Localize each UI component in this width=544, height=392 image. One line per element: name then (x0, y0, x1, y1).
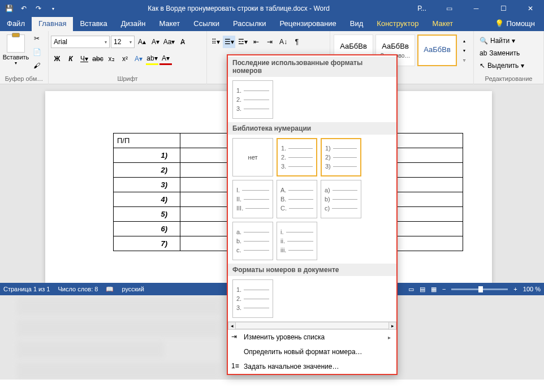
close-button[interactable]: ✕ (519, 2, 542, 15)
font-name-combo[interactable]: Arial▾ (51, 36, 110, 48)
save-button[interactable]: 💾 (2, 2, 16, 15)
redo-button[interactable]: ↷ (32, 2, 45, 15)
clipboard-label: Буфер обм… (2, 74, 46, 83)
scroll-right-button[interactable]: ▸ (388, 322, 396, 330)
blurred-content (17, 341, 164, 358)
subscript-button[interactable]: x₂ (105, 53, 118, 65)
number-format-alpha-lower-dot[interactable]: a.b.c. (232, 222, 273, 260)
quick-access-toolbar: 💾 ↶ ↷ ▾ (2, 2, 60, 15)
number-format-decimal-paren[interactable]: 1)2)3) (321, 138, 361, 176)
ribbon-options-button[interactable]: ▭ (438, 2, 460, 15)
titlebar: 💾 ↶ ↷ ▾ Как в Ворде пронумеровать строки… (0, 0, 544, 17)
tab-layout[interactable]: Макет (152, 17, 187, 31)
decrease-indent-button[interactable]: ⇤ (250, 36, 262, 48)
replace-icon: ab (480, 49, 487, 57)
tab-view[interactable]: Вид (343, 17, 370, 31)
sort-button[interactable]: A↓ (277, 36, 290, 48)
number-format-decimal-dot[interactable]: 1.2.3. (277, 138, 317, 176)
zoom-level[interactable]: 100 % (523, 286, 541, 292)
language-indicator[interactable]: русский (122, 286, 144, 292)
format-painter-button[interactable]: 🖌 (31, 59, 43, 72)
styles-more-button[interactable]: ▿ (458, 55, 470, 64)
tell-me[interactable]: 💡Помощн (488, 17, 544, 31)
highlight-button[interactable]: ab▾ (146, 53, 158, 65)
page-indicator[interactable]: Страница 1 из 1 (3, 286, 50, 292)
number-format-doc-decimal[interactable]: 1.2.3. (232, 279, 273, 318)
search-icon: 🔍 (480, 37, 488, 45)
maximize-button[interactable]: ☐ (492, 2, 515, 15)
number-format-alpha-upper[interactable]: A.B.C. (277, 180, 317, 218)
copy-button[interactable]: 📄 (31, 46, 43, 58)
text-effects-button[interactable]: A▾ (132, 53, 145, 65)
tab-insert[interactable]: Вставка (73, 17, 114, 31)
gallery-scrollbar[interactable]: ◂ ▸ (228, 321, 396, 329)
paste-button[interactable]: Вставить ▾ (2, 32, 29, 74)
proofing-icon[interactable]: 📖 (106, 286, 114, 293)
window-title: Как в Ворде пронумеровать строки в табли… (60, 5, 417, 12)
tab-table-layout[interactable]: Макет (425, 17, 460, 31)
number-icon: 1≡ (231, 362, 240, 371)
view-print-button[interactable]: ▤ (420, 286, 425, 293)
styles-down-button[interactable]: ▾ (458, 46, 470, 55)
increase-indent-button[interactable]: ⇥ (264, 36, 276, 48)
set-number-value-item[interactable]: 1≡ Задать начальное значение… (228, 359, 396, 374)
clear-format-button[interactable]: A̷ (176, 36, 189, 48)
number-format-roman-upper[interactable]: I.II.III. (232, 180, 273, 218)
bold-button[interactable]: Ж (51, 53, 63, 65)
numbering-button[interactable]: ☰▾ (223, 36, 235, 48)
multilevel-button[interactable]: ☲▾ (236, 36, 249, 48)
lightbulb-icon: 💡 (495, 19, 504, 28)
change-case-button[interactable]: Aa▾ (163, 36, 175, 48)
tab-review[interactable]: Рецензирование (273, 17, 343, 31)
select-button[interactable]: ↖Выделить ▾ (476, 59, 541, 72)
styles-up-button[interactable]: ▴ (458, 36, 470, 45)
show-marks-button[interactable]: ¶ (291, 36, 303, 48)
number-format-alpha-lower-paren[interactable]: a)b)c) (321, 180, 361, 218)
undo-button[interactable]: ↶ (17, 2, 31, 15)
font-size-combo[interactable]: 12▾ (111, 36, 135, 48)
underline-button[interactable]: Ч▾ (78, 53, 90, 65)
zoom-out-button[interactable]: − (442, 286, 446, 292)
number-format-none[interactable]: нет (232, 138, 273, 176)
tab-design[interactable]: Дизайн (114, 17, 153, 31)
view-read-button[interactable]: ▭ (408, 286, 414, 293)
zoom-slider[interactable] (451, 288, 508, 290)
find-button[interactable]: 🔍Найти ▾ (476, 35, 541, 47)
font-color-button[interactable]: A▾ (159, 53, 172, 65)
superscript-button[interactable]: x² (119, 53, 131, 65)
view-web-button[interactable]: ▦ (431, 286, 437, 293)
grow-font-button[interactable]: A▴ (136, 36, 148, 48)
number-format-roman-lower[interactable]: i.ii.iii. (277, 222, 317, 260)
tab-file[interactable]: Файл (0, 17, 32, 31)
tab-mailings[interactable]: Рассылки (226, 17, 273, 31)
zoom-in-button[interactable]: + (513, 286, 517, 292)
minimize-button[interactable]: ─ (465, 2, 487, 15)
blurred-content (17, 320, 221, 337)
word-count[interactable]: Число слов: 8 (58, 286, 98, 292)
change-list-level-item[interactable]: ⇥ Изменить уровень списка▸ (228, 330, 396, 344)
scroll-left-button[interactable]: ◂ (228, 322, 236, 330)
style-heading2[interactable]: АаБбВв (417, 35, 457, 66)
tab-table-design[interactable]: Конструктор (370, 17, 425, 31)
group-editing: 🔍Найти ▾ abЗаменить ↖Выделить ▾ Редактир… (474, 31, 544, 84)
italic-button[interactable]: К (64, 53, 77, 65)
qat-more-button[interactable]: ▾ (46, 2, 60, 15)
strike-button[interactable]: abc (92, 53, 104, 65)
replace-button[interactable]: abЗаменить (476, 47, 541, 59)
cursor-icon: ↖ (480, 62, 485, 70)
context-tab-label: Р... (417, 5, 426, 12)
blurred-content (17, 298, 221, 315)
ribbon-tabs: Файл Главная Вставка Дизайн Макет Ссылки… (0, 17, 544, 31)
library-header: Библиотека нумерации (228, 122, 396, 135)
tab-home[interactable]: Главная (32, 17, 73, 31)
numbering-dropdown: Последние использованные форматы номеров… (227, 54, 398, 375)
define-new-format-item[interactable]: Определить новый формат номера… (228, 344, 396, 359)
group-clipboard: Вставить ▾ ✂ 📄 🖌 Буфер обм… (0, 31, 49, 84)
window-buttons: ▭ ─ ☐ ✕ (438, 2, 542, 15)
clipboard-icon (7, 35, 25, 53)
number-format-decimal-dot[interactable]: 1.2.3. (232, 80, 273, 119)
bullets-button[interactable]: ⠿▾ (209, 36, 222, 48)
cut-button[interactable]: ✂ (31, 32, 43, 45)
shrink-font-button[interactable]: A▾ (149, 36, 162, 48)
tab-references[interactable]: Ссылки (187, 17, 226, 31)
